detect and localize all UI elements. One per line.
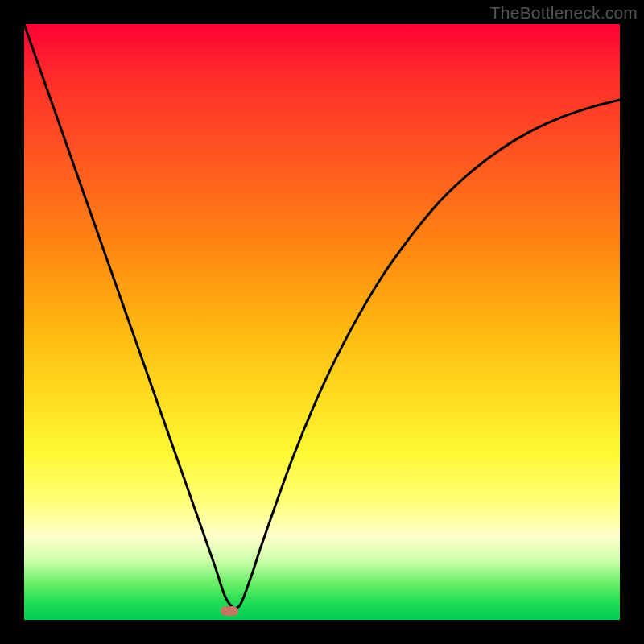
minimum-marker xyxy=(221,606,238,616)
bottleneck-curve xyxy=(24,24,620,620)
chart-frame: TheBottleneck.com xyxy=(0,0,644,644)
attribution-text: TheBottleneck.com xyxy=(490,3,638,23)
plot-area xyxy=(24,24,620,620)
